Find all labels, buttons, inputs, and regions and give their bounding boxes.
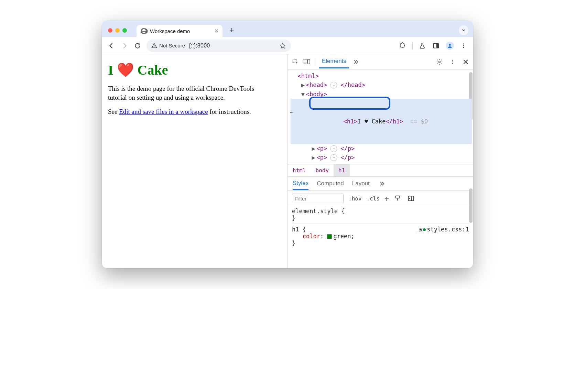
new-style-rule-button[interactable]: + (384, 194, 389, 203)
device-toolbar-button[interactable] (302, 58, 311, 66)
star-icon (279, 42, 286, 49)
browser-tab[interactable]: Workspace demo × (137, 25, 223, 37)
dom-node-head[interactable]: ▶<head> ⋯ </head> (291, 80, 472, 89)
workspace-dot-icon (423, 228, 426, 231)
highlight-box (309, 97, 390, 110)
styles-toolbar: :hov .cls + (288, 191, 473, 206)
tabs-overflow-button[interactable] (352, 58, 360, 66)
svg-point-14 (452, 61, 453, 62)
hov-toggle[interactable]: :hov (348, 195, 362, 202)
bookmark-button[interactable] (279, 42, 286, 49)
svg-point-1 (154, 47, 155, 47)
dom-node-p1[interactable]: ▶<p> ⋯ </p> (291, 144, 472, 153)
content-area: I ❤️ Cake This is the demo page for the … (102, 54, 473, 268)
crumb-html[interactable]: html (288, 164, 311, 176)
dom-node-body[interactable]: ▼<body> (291, 90, 472, 99)
svg-rect-8 (293, 59, 296, 63)
computed-panel-toggle[interactable] (407, 194, 415, 203)
tab-strip: Workspace demo × + (102, 21, 473, 37)
more-actions-icon[interactable]: ⋯ (290, 108, 294, 117)
gear-icon (436, 58, 443, 65)
rule-close: } (292, 240, 469, 247)
panel-right-icon (408, 195, 414, 202)
styles-rules: element.style { } 🗎styles.css:1 h1 { col… (288, 206, 473, 251)
page-paragraph-2: See Edit and save files in a workspace f… (108, 107, 266, 116)
minimize-window-button[interactable] (115, 28, 120, 33)
paint-icon[interactable] (394, 194, 402, 203)
devtools-settings-button[interactable] (435, 58, 444, 66)
svg-rect-9 (303, 60, 307, 63)
svg-point-12 (439, 61, 441, 63)
workspace-tutorial-link[interactable]: Edit and save files in a workspace (119, 108, 208, 115)
new-tab-button[interactable]: + (227, 25, 237, 35)
maximize-window-button[interactable] (122, 28, 127, 33)
rendered-page: I ❤️ Cake This is the demo page for the … (102, 54, 288, 268)
subtab-styles[interactable]: Styles (293, 177, 308, 190)
svg-rect-16 (396, 196, 400, 198)
chevrons-right-icon (352, 59, 359, 65)
svg-point-13 (452, 60, 453, 61)
crumb-body[interactable]: body (311, 164, 334, 176)
address-bar[interactable]: Not Secure [::]:8000 (147, 40, 291, 52)
rule-close: } (292, 215, 469, 221)
person-icon (447, 43, 453, 48)
warning-icon (151, 43, 157, 48)
inspect-icon (292, 58, 299, 65)
toolbar-right (399, 42, 468, 50)
subtabs-overflow-button[interactable] (378, 179, 386, 188)
kebab-icon (450, 59, 455, 65)
browser-toolbar: Not Secure [::]:8000 (102, 37, 473, 54)
url-text: [::]:8000 (189, 43, 210, 49)
crumb-h1[interactable]: h1 (334, 164, 350, 176)
close-window-button[interactable] (108, 28, 112, 33)
color-swatch[interactable] (327, 234, 332, 239)
labs-button[interactable] (418, 42, 426, 50)
svg-point-15 (452, 63, 453, 64)
window-controls (108, 28, 127, 33)
security-chip[interactable]: Not Secure (151, 43, 185, 48)
browser-window: Workspace demo × + Not Secure [::]:8000 (102, 21, 473, 268)
p2-prefix: See (108, 108, 119, 115)
tabs-overflow-button[interactable] (459, 25, 468, 35)
tab-close-button[interactable]: × (215, 28, 218, 35)
panel-icon (433, 42, 440, 49)
dom-node-p2[interactable]: ▶<p> ⋯ </p> (291, 153, 472, 162)
svg-point-6 (463, 45, 464, 46)
toolbar-divider (412, 42, 413, 50)
extensions-button[interactable] (399, 42, 407, 50)
rule-element-style[interactable]: element.style { } (292, 208, 469, 221)
devtools-panel: Elements <html> (288, 54, 473, 268)
svg-point-4 (449, 44, 451, 45)
devtools-menu-button[interactable] (448, 58, 457, 66)
side-panel-button[interactable] (432, 42, 440, 50)
styles-filter-input[interactable] (292, 194, 344, 203)
tab-elements[interactable]: Elements (319, 55, 349, 68)
page-paragraph-1: This is the demo page for the official C… (108, 84, 266, 102)
device-icon (303, 58, 310, 65)
rule-source-link[interactable]: 🗎styles.css:1 (418, 226, 469, 233)
flask-icon (419, 42, 426, 49)
subtab-layout[interactable]: Layout (352, 178, 370, 189)
devtools-close-button[interactable] (462, 58, 470, 66)
rule-h1[interactable]: 🗎styles.css:1 h1 { color: green; } (292, 224, 469, 247)
scrollbar[interactable] (469, 188, 473, 223)
kebab-icon (460, 43, 467, 49)
styles-subtabs: Styles Computed Layout (288, 176, 473, 191)
chevrons-right-icon (379, 181, 386, 187)
forward-button[interactable] (120, 42, 129, 50)
dom-node-html[interactable]: <html> (291, 72, 472, 80)
cls-toggle[interactable]: .cls (367, 195, 380, 202)
divider (315, 58, 315, 66)
rule-declaration[interactable]: color: green; (292, 233, 469, 240)
globe-icon (141, 28, 147, 34)
dom-tree[interactable]: <html> ▶<head> ⋯ </head> ▼<body> ⋯ <h1>I… (288, 69, 473, 164)
profile-button[interactable] (446, 42, 454, 50)
svg-point-5 (463, 43, 464, 44)
dom-node-h1-selected[interactable]: ⋯ <h1>I ♥ Cake</h1> == $0 (291, 99, 472, 144)
back-button[interactable] (107, 42, 116, 50)
file-icon: 🗎 (418, 227, 423, 232)
subtab-computed[interactable]: Computed (317, 178, 344, 189)
reload-button[interactable] (133, 42, 142, 50)
inspect-element-button[interactable] (291, 58, 300, 66)
browser-menu-button[interactable] (459, 42, 468, 50)
